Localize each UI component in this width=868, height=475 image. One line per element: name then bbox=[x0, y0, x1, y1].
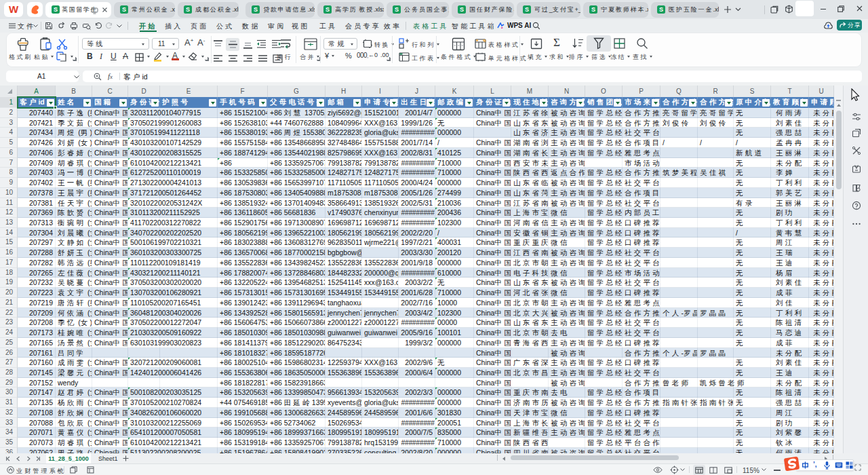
svg-text:W: W bbox=[9, 3, 19, 15]
